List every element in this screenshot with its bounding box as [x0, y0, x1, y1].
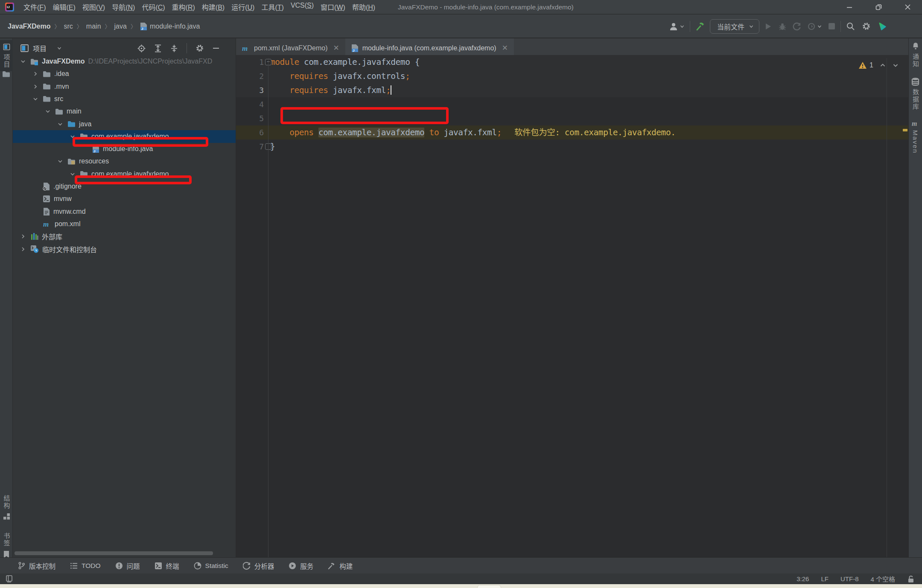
chevron-right-icon[interactable] [32, 70, 39, 77]
menu-N[interactable]: 导航(N) [112, 2, 135, 12]
file-encoding[interactable]: UTF-8 [840, 575, 859, 582]
toolwindow-button-Statistic[interactable]: Statistic [194, 562, 228, 570]
run-with-coverage-button[interactable] [807, 19, 822, 34]
caret-position[interactable]: 3:26 [797, 575, 809, 582]
tree-item-java[interactable]: java [13, 118, 236, 131]
right-tool-stripe: 通知数据库mMaven [908, 38, 922, 557]
tree-item-mvnw.cmd[interactable]: mvnw.cmd [13, 205, 236, 218]
tree-item-main[interactable]: main [13, 105, 236, 118]
project-panel-title: 项目 [33, 43, 47, 53]
chevron-down-icon[interactable] [44, 108, 51, 115]
tree-item-mvnw[interactable]: mvnw [13, 192, 236, 205]
tab-close-icon[interactable]: ✕ [502, 44, 508, 52]
hammer-small-icon [328, 562, 336, 570]
stripe-item-project[interactable]: 项目 [0, 40, 13, 71]
menu-T[interactable]: 工具(T) [261, 2, 283, 12]
menu-V[interactable]: 视图(V) [82, 2, 105, 12]
profile-button[interactable] [793, 19, 801, 34]
pie-icon [194, 562, 201, 570]
chevron-down-icon[interactable] [57, 121, 64, 128]
tree-item-.idea[interactable]: .idea [13, 67, 236, 80]
toolwindow-button-分析器[interactable]: 分析器 [243, 561, 274, 571]
close-button[interactable] [893, 0, 922, 14]
tree-item-pom.xml[interactable]: mpom.xml [13, 218, 236, 230]
toolwindow-button-TODO[interactable]: TODO [70, 562, 101, 570]
chevron-down-icon[interactable] [32, 96, 39, 102]
restore-button[interactable] [864, 0, 893, 14]
search-everywhere-button[interactable] [846, 19, 855, 34]
stripe-item-bookmarks[interactable]: 书签 [0, 533, 13, 559]
indent-style[interactable]: 4 个空格 [870, 574, 895, 583]
debug-button[interactable] [778, 19, 787, 34]
java-file-icon: J [351, 44, 359, 52]
toolwindow-button-服务[interactable]: 服务 [289, 561, 313, 571]
stripe-item-structure[interactable]: 结构 [0, 495, 13, 520]
svg-text:m: m [242, 44, 248, 52]
svg-text:m: m [43, 220, 49, 228]
tree-item-.mvn[interactable]: .mvn [13, 80, 236, 93]
menu-B[interactable]: 构建(B) [202, 2, 225, 12]
breadcrumb-item[interactable]: Jmodule-info.java [140, 22, 200, 31]
breadcrumb-item[interactable]: main [86, 23, 101, 30]
build-button[interactable] [695, 19, 706, 34]
menu-R[interactable]: 重构(R) [172, 2, 195, 12]
menu-C[interactable]: 代码(C) [142, 2, 165, 12]
stripe-item-maven[interactable]: mMaven [911, 120, 920, 154]
stripe-item-notifications[interactable]: 通知 [911, 42, 920, 68]
hide-panel-button[interactable] [213, 45, 219, 52]
error-stripe-warning-mark[interactable] [903, 129, 907, 131]
menu-H[interactable]: 帮助(H) [352, 2, 375, 12]
tree-item-JavaFXDemo[interactable]: JavaFXDemo D:\IDEAProjects\JCNCProjects\… [13, 58, 236, 68]
status-widgets: 3:26LFUTF-84 个空格 [797, 573, 914, 584]
chevron-right-icon[interactable] [32, 83, 39, 90]
toolwindow-button-构建[interactable]: 构建 [328, 561, 353, 571]
expand-all-button[interactable] [154, 44, 162, 52]
toolbar-actions: 当前文件 [669, 15, 887, 38]
menu-U[interactable]: 运行(U) [231, 2, 254, 12]
tree-item-[interactable]: 外部库 [13, 230, 236, 243]
project-tree: JavaFXDemo D:\IDEAProjects\JCNCProjects\… [13, 58, 236, 557]
chevron-down-icon[interactable] [57, 158, 64, 165]
next-problem-icon[interactable] [892, 62, 899, 69]
chevron-right-icon[interactable] [20, 246, 26, 253]
red-annotation-box-3 [280, 107, 449, 124]
breadcrumb-item[interactable]: src [64, 23, 73, 30]
tree-item-src[interactable]: src [13, 93, 236, 105]
toolwindow-button-终端[interactable]: 终端 [155, 561, 179, 571]
locate-file-button[interactable] [137, 44, 146, 52]
toolwindow-button-问题[interactable]: 问题 [115, 561, 140, 571]
minimize-button[interactable] [835, 0, 864, 14]
menu-W[interactable]: 窗口(W) [321, 2, 345, 12]
breadcrumb-separator: 〉 [131, 22, 136, 30]
project-panel-title-group[interactable]: 项目 [20, 43, 62, 53]
tree-horizontal-scrollbar[interactable] [15, 551, 213, 555]
stripe-item-commit[interactable] [2, 70, 10, 78]
code-editor[interactable]: 1module com.example.javafxdemo {−2 requi… [236, 58, 908, 557]
tab-close-icon[interactable]: ✕ [333, 44, 339, 52]
collapse-all-button[interactable] [170, 44, 178, 52]
menu-E[interactable]: 编辑(E) [53, 2, 75, 12]
tree-item-resources[interactable]: resources [13, 155, 236, 168]
breadcrumb-item[interactable]: java [114, 23, 127, 30]
settings-button[interactable] [862, 19, 871, 34]
line-ending[interactable]: LF [821, 575, 829, 582]
chevron-right-icon[interactable] [20, 233, 26, 240]
red-annotation-box-2 [75, 175, 192, 184]
menu-F[interactable]: 文件(F) [23, 2, 46, 12]
run-button[interactable] [764, 19, 772, 34]
chevron-down-icon[interactable] [20, 58, 26, 65]
stripe-item-database[interactable]: 数据库 [911, 77, 920, 111]
run-configuration-select[interactable]: 当前文件 [710, 19, 759, 34]
toolwindow-button-版本控制[interactable]: 版本控制 [18, 561, 55, 571]
menu-S[interactable]: VCS(S) [291, 2, 314, 12]
stop-button[interactable] [828, 19, 835, 34]
tree-item-[interactable]: 临时文件和控制台 [13, 243, 236, 256]
toolbox-icon[interactable] [878, 19, 887, 34]
breadcrumb-item[interactable]: JavaFXDemo [8, 23, 51, 30]
lock-icon[interactable] [907, 575, 914, 583]
panel-options-button[interactable] [195, 44, 204, 52]
inspection-widget[interactable]: 1 [858, 60, 899, 70]
prev-problem-icon[interactable] [879, 62, 886, 69]
user-account-button[interactable] [669, 19, 685, 34]
layout-widget-icon[interactable] [6, 575, 14, 582]
